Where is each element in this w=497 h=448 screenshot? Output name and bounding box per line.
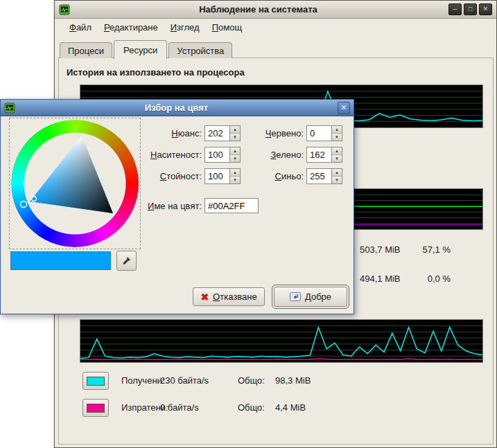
red-spin-up-icon[interactable]: ▲ bbox=[332, 126, 342, 134]
maximize-button[interactable]: □ bbox=[464, 3, 477, 15]
color-wheel[interactable] bbox=[9, 118, 141, 249]
saturation-spinbox[interactable]: 100 ▲▼ bbox=[204, 147, 241, 163]
tab-processes[interactable]: Процеси bbox=[60, 42, 112, 58]
hue-spin-up-icon[interactable]: ▲ bbox=[230, 126, 240, 134]
blue-value[interactable]: 255 bbox=[307, 169, 331, 183]
blue-spinbox[interactable]: 255 ▲▼ bbox=[306, 168, 342, 184]
blue-label: Синьо: bbox=[245, 171, 304, 181]
tab-devices[interactable]: Устройства bbox=[168, 42, 232, 58]
color-picker-dialog: Избор на цвят ✕ Нюанс: Наситеност: Стой bbox=[0, 99, 354, 314]
value-spin-up-icon[interactable]: ▲ bbox=[230, 169, 240, 177]
value-value[interactable]: 100 bbox=[205, 169, 229, 183]
dialog-title: Избор на цвят bbox=[15, 102, 338, 113]
main-window-title: Наблюдение на системата bbox=[70, 4, 446, 15]
main-titlebar: Наблюдение на системата ─ □ ✕ bbox=[55, 1, 496, 19]
menu-file[interactable]: Файл bbox=[63, 21, 98, 34]
saturation-spin-down-icon[interactable]: ▼ bbox=[230, 155, 240, 162]
hue-spin-down-icon[interactable]: ▼ bbox=[230, 134, 240, 141]
ok-button-label: Добре bbox=[305, 292, 331, 302]
green-spinbox[interactable]: 162 ▲▼ bbox=[306, 147, 342, 163]
tab-strip: Процеси Ресурси Устройства bbox=[60, 39, 234, 58]
cancel-x-icon: ✖ bbox=[200, 292, 209, 303]
value-spin-down-icon[interactable]: ▼ bbox=[230, 177, 240, 183]
cancel-button-label: Отказване bbox=[213, 292, 257, 302]
received-label: Получени: bbox=[121, 375, 164, 386]
hue-spinbox[interactable]: 202 ▲▼ bbox=[204, 125, 241, 141]
saturation-label: Наситеност: bbox=[143, 150, 202, 160]
color-preview bbox=[10, 251, 111, 270]
network-chart-canvas bbox=[80, 320, 482, 362]
color-name-input[interactable] bbox=[204, 198, 259, 213]
red-spinbox[interactable]: 0 ▲▼ bbox=[306, 125, 342, 141]
network-chart bbox=[80, 319, 483, 363]
network-sent-row: Изпратени: 0 байта/s Общо: 4,4 MiB bbox=[82, 399, 478, 417]
red-value[interactable]: 0 bbox=[307, 126, 331, 141]
menubar: Файл Редактиране Изглед Помощ bbox=[55, 19, 496, 35]
value-label: Стойност: bbox=[143, 171, 202, 181]
received-color-swatch bbox=[87, 377, 105, 386]
hsv-triangle[interactable] bbox=[11, 120, 139, 247]
sent-total-label: Общо: bbox=[238, 402, 265, 413]
dialog-icon bbox=[4, 102, 15, 114]
received-total-label: Общо: bbox=[238, 375, 265, 386]
hue-label: Нюанс: bbox=[143, 128, 202, 138]
received-total: 98,3 MiB bbox=[275, 375, 311, 386]
dialog-close-button[interactable]: ✕ bbox=[338, 102, 350, 114]
minimize-button[interactable]: ─ bbox=[448, 3, 462, 15]
memory-percent-value: 57,1 % bbox=[398, 244, 451, 255]
sent-total: 4,4 MiB bbox=[275, 402, 306, 413]
network-received-row: Получени: 230 байта/s Общо: 98,3 MiB bbox=[82, 372, 478, 390]
swap-size-value: 494,1 MiB bbox=[360, 274, 401, 284]
ok-button[interactable]: Добре bbox=[274, 287, 347, 307]
swap-stat-row: 494,1 MiB 0,0 % bbox=[360, 274, 485, 285]
menu-help[interactable]: Помощ bbox=[206, 21, 248, 34]
hue-value[interactable]: 202 bbox=[205, 126, 229, 141]
received-color-button[interactable] bbox=[82, 372, 109, 390]
blue-spin-down-icon[interactable]: ▼ bbox=[332, 177, 342, 183]
tab-resources[interactable]: Ресурси bbox=[114, 40, 167, 59]
menu-view[interactable]: Изглед bbox=[164, 21, 206, 34]
cpu-history-title: История на използването на процесора bbox=[67, 67, 245, 78]
memory-size-value: 503,7 MiB bbox=[360, 244, 401, 255]
sent-rate: 0 байта/s bbox=[160, 402, 199, 413]
cancel-button[interactable]: ✖ Отказване bbox=[193, 287, 265, 306]
dialog-titlebar: Избор на цвят ✕ bbox=[1, 100, 354, 116]
saturation-spin-up-icon[interactable]: ▲ bbox=[230, 147, 240, 155]
received-rate: 230 байта/s bbox=[160, 375, 209, 386]
saturation-value[interactable]: 100 bbox=[205, 147, 229, 162]
menu-edit[interactable]: Редактиране bbox=[98, 21, 164, 34]
sent-color-swatch bbox=[87, 404, 105, 413]
system-monitor-icon bbox=[59, 4, 70, 15]
green-spin-up-icon[interactable]: ▲ bbox=[332, 147, 342, 155]
red-label: Червено: bbox=[245, 128, 304, 138]
color-name-label: Име на цвят: bbox=[125, 201, 202, 211]
eyedropper-button[interactable] bbox=[116, 251, 137, 271]
ok-enter-key-icon bbox=[290, 292, 301, 301]
green-value[interactable]: 162 bbox=[307, 147, 331, 162]
value-spinbox[interactable]: 100 ▲▼ bbox=[204, 168, 241, 184]
sent-color-button[interactable] bbox=[82, 399, 109, 417]
close-button[interactable]: ✕ bbox=[479, 3, 492, 15]
green-label: Зелено: bbox=[245, 150, 304, 160]
eyedropper-icon bbox=[121, 256, 132, 266]
red-spin-down-icon[interactable]: ▼ bbox=[332, 134, 342, 141]
hue-marker[interactable] bbox=[21, 201, 27, 208]
green-spin-down-icon[interactable]: ▼ bbox=[332, 155, 342, 162]
memory-stat-row: 503,7 MiB 57,1 % bbox=[360, 244, 485, 256]
swap-percent-value: 0,0 % bbox=[398, 274, 451, 284]
blue-spin-up-icon[interactable]: ▲ bbox=[332, 169, 342, 177]
